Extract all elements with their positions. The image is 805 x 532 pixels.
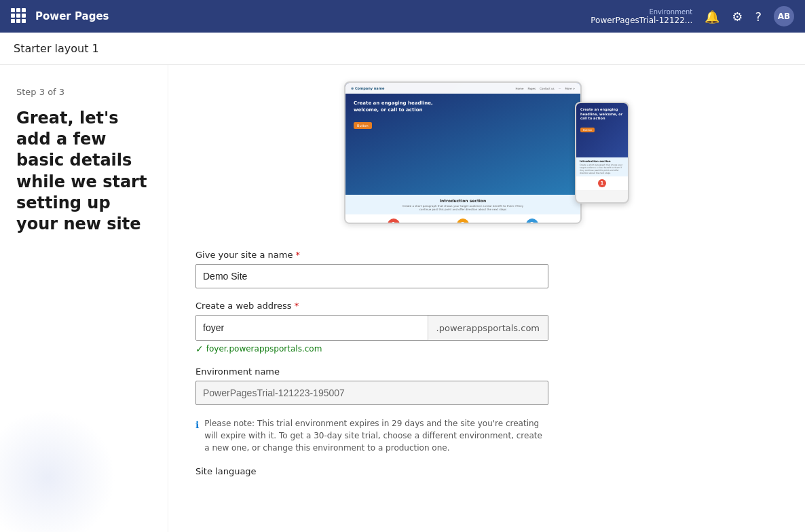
laptop-mockup: ⊕ Company name Home Pages Contact us ···… (344, 81, 582, 224)
title-bar: Starter layout 1 (0, 33, 805, 65)
url-suffix: .powerappsportals.com (428, 316, 548, 340)
phone-num-circle-1: 1 (598, 179, 606, 187)
environment-info: Environment PowerPagesTrial-12122... (591, 8, 692, 25)
main-layout: Step 3 of 3 Great, let's add a few basic… (0, 65, 805, 532)
laptop-intro-section: Introduction section Create a short para… (345, 195, 580, 214)
web-address-input[interactable] (196, 316, 428, 340)
info-note-text: Please note: This trial environment expi… (204, 417, 548, 454)
nav-link-more: ··· (559, 87, 561, 90)
nav-link-contact: Contact us (540, 87, 554, 90)
laptop-nav-links: Home Pages Contact us ··· More > (516, 87, 575, 90)
help-icon[interactable]: ? (755, 10, 762, 24)
main-heading: Great, let's add a few basic details whi… (16, 108, 151, 235)
app-brand-name: Power Pages (35, 10, 582, 22)
site-name-field-group: Give your site a name * (195, 250, 548, 288)
settings-icon[interactable]: ⚙ (732, 10, 743, 24)
env-name-label: Environment name (195, 366, 548, 377)
preview-mockup: ⊕ Company name Home Pages Contact us ···… (344, 81, 629, 231)
info-note: ℹ Please note: This trial environment ex… (195, 417, 548, 454)
phone-hero-text: Create an engaging headline, welcome, or… (580, 107, 624, 121)
web-address-required: * (295, 301, 299, 311)
site-name-input[interactable] (195, 264, 548, 288)
notification-icon[interactable]: 🔔 (705, 10, 719, 24)
url-validation: ✓ foyer.powerappsportals.com (195, 343, 548, 354)
site-language-field-group: Site language (195, 466, 548, 476)
web-address-label: Create a web address * (195, 301, 548, 311)
user-avatar[interactable]: AB (774, 6, 794, 26)
laptop-logo: ⊕ Company name (351, 86, 384, 90)
app-launcher-icon[interactable] (11, 8, 27, 24)
left-decoration (0, 410, 115, 532)
phone-mockup: Create an engaging headline, welcome, or… (575, 102, 629, 204)
url-validation-text: foyer.powerappsportals.com (206, 344, 322, 354)
laptop-hero: Create an engaging headline,welcome, or … (345, 94, 580, 195)
top-navigation: Power Pages Environment PowerPagesTrial-… (0, 0, 805, 33)
phone-hero-btn: Button (580, 128, 595, 132)
phone-numbers: 1 (576, 176, 628, 190)
nav-link-extra: More > (565, 87, 575, 90)
phone-intro-section: Introduction section Create a short para… (576, 157, 628, 176)
phone-intro-title: Introduction section (580, 159, 624, 163)
laptop-intro-title: Introduction section (352, 198, 574, 203)
num-circle-1: 1 (388, 218, 400, 224)
laptop-screen: ⊕ Company name Home Pages Contact us ···… (345, 83, 580, 195)
phone-intro-text: Create a short paragraph that shows your… (580, 164, 624, 174)
environment-name: PowerPagesTrial-12122... (591, 16, 692, 25)
url-field-wrap: .powerappsportals.com (195, 315, 548, 341)
form-section: Give your site a name * Create a web add… (195, 250, 548, 476)
laptop-nav-bar: ⊕ Company name Home Pages Contact us ···… (345, 83, 580, 94)
right-panel: ⊕ Company name Home Pages Contact us ···… (168, 65, 805, 532)
step-label: Step 3 of 3 (16, 87, 151, 97)
nav-link-pages: Pages (527, 87, 536, 90)
site-name-label: Give your site a name * (195, 250, 548, 260)
num-circle-3: 3 (526, 218, 538, 224)
site-language-label: Site language (195, 466, 548, 476)
phone-hero: Create an engaging headline, welcome, or… (576, 103, 628, 157)
check-icon: ✓ (195, 343, 204, 354)
nav-right-area: Environment PowerPagesTrial-12122... 🔔 ⚙… (591, 6, 794, 26)
left-panel: Step 3 of 3 Great, let's add a few basic… (0, 65, 168, 532)
nav-link-home: Home (516, 87, 524, 90)
site-name-required: * (296, 250, 301, 260)
laptop-numbers: 1 2 3 (345, 214, 580, 224)
laptop-hero-btn: Button (354, 122, 372, 129)
info-icon: ℹ (195, 418, 199, 454)
preview-area: ⊕ Company name Home Pages Contact us ···… (195, 81, 778, 231)
page-title: Starter layout 1 (14, 42, 99, 55)
environment-label: Environment (649, 8, 692, 16)
env-name-input (195, 381, 548, 405)
env-name-field-group: Environment name (195, 366, 548, 405)
laptop-intro-text: Create a short paragraph that shows your… (352, 204, 574, 211)
num-circle-2: 2 (457, 218, 469, 224)
web-address-field-group: Create a web address * .powerappsportals… (195, 301, 548, 354)
laptop-hero-text: Create an engaging headline,welcome, or … (354, 100, 572, 114)
